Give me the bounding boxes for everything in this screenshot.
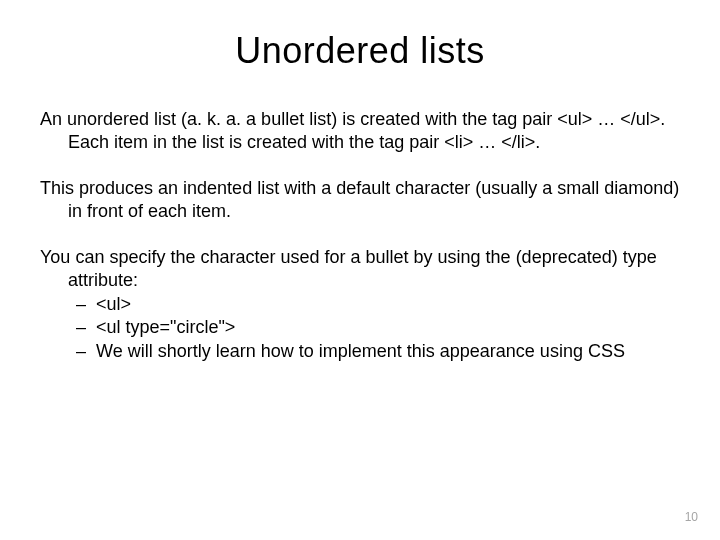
page-number: 10	[685, 510, 698, 524]
paragraph-3-lead: You can specify the character used for a…	[40, 246, 680, 291]
list-item: We will shortly learn how to implement t…	[96, 340, 680, 363]
list-item: <ul>	[96, 293, 680, 316]
slide-container: Unordered lists An unordered list (a. k.…	[0, 0, 720, 540]
slide-body: An unordered list (a. k. a. a bullet lis…	[40, 108, 680, 363]
paragraph-3: You can specify the character used for a…	[40, 246, 680, 363]
paragraph-1: An unordered list (a. k. a. a bullet lis…	[40, 108, 680, 153]
bullet-list: <ul> <ul type="circle"> We will shortly …	[40, 293, 680, 363]
paragraph-2: This produces an indented list with a de…	[40, 177, 680, 222]
list-item: <ul type="circle">	[96, 316, 680, 339]
slide-title: Unordered lists	[40, 30, 680, 72]
